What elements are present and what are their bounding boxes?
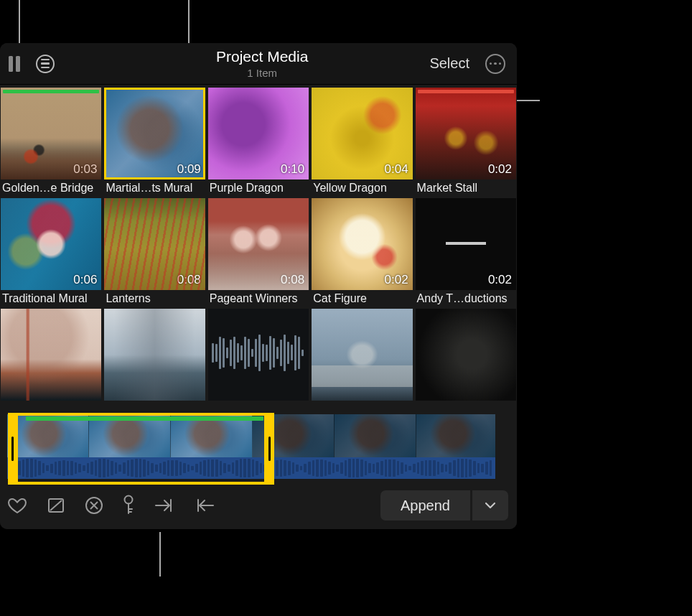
- clip-duration: 0:04: [385, 162, 408, 177]
- clip-duration: 0:08: [177, 273, 201, 287]
- append-button[interactable]: Append: [380, 490, 470, 521]
- clip-grid: 0:03Golden…e Bridge0:09Martial…ts Mural0…: [0, 85, 517, 404]
- clip-duration: 0:10: [281, 162, 304, 177]
- clip-thumbnail[interactable]: [104, 309, 205, 401]
- selection-handle-right[interactable]: [264, 413, 274, 485]
- list-view-icon[interactable]: [36, 55, 55, 73]
- filmstrip-audio-track[interactable]: [7, 457, 495, 479]
- reject-icon[interactable]: [46, 496, 66, 515]
- clip-thumbnail[interactable]: 0:10: [208, 88, 309, 179]
- audio-waveform-icon: [212, 331, 304, 375]
- filmstrip: [0, 413, 517, 485]
- clip-name: Cat Figure: [312, 290, 412, 306]
- clip-thumbnail[interactable]: 0:04: [312, 88, 412, 179]
- clip-name: Andy T…ductions: [416, 290, 516, 306]
- clip-thumbnail[interactable]: 0:02: [416, 198, 516, 290]
- clip-name: Yellow Dragon: [312, 179, 412, 195]
- clip-cell[interactable]: [416, 309, 516, 401]
- filmstrip-favorite-bar: [26, 416, 263, 421]
- clip-cell[interactable]: 0:08Pageant Winners: [208, 198, 309, 306]
- clip-thumbnail[interactable]: [312, 309, 412, 401]
- clip-duration: 0:02: [488, 273, 512, 287]
- clip-name: Pageant Winners: [208, 290, 309, 306]
- toolbar-bottom: Append: [0, 485, 517, 529]
- keyword-icon[interactable]: [122, 495, 135, 516]
- clip-name: Market Stall: [416, 179, 516, 195]
- clip-cell[interactable]: 0:04Yellow Dragon: [312, 88, 412, 195]
- clip-cell[interactable]: 0:02Andy T…ductions: [416, 198, 516, 306]
- callout-line: [19, 0, 20, 43]
- chevron-down-icon: [484, 499, 497, 512]
- clear-rating-icon[interactable]: [85, 496, 103, 515]
- clip-thumbnail[interactable]: 0:09: [104, 88, 205, 179]
- filmstrip-frame[interactable]: [335, 414, 416, 457]
- filmstrip-frame[interactable]: [171, 414, 253, 457]
- clip-thumbnail[interactable]: [1, 309, 101, 401]
- filmstrip-frame[interactable]: [89, 414, 171, 457]
- selection-handle-left[interactable]: [8, 413, 18, 485]
- clip-cell[interactable]: 0:09Martial…ts Mural: [104, 88, 205, 195]
- clip-duration: 0:02: [488, 162, 512, 177]
- clip-cell[interactable]: 0:03Golden…e Bridge: [1, 88, 101, 195]
- clip-duration: 0:03: [73, 162, 97, 177]
- clip-thumbnail[interactable]: [208, 309, 309, 401]
- mark-out-icon[interactable]: [194, 498, 215, 513]
- clip-thumbnail[interactable]: [416, 309, 516, 401]
- callout-line: [515, 100, 540, 101]
- clip-name: Purple Dragon: [208, 179, 309, 195]
- pause-icon[interactable]: [9, 56, 22, 72]
- clip-cell[interactable]: 0:06Traditional Mural: [1, 198, 101, 306]
- clip-duration: 0:09: [177, 162, 201, 177]
- mark-in-icon[interactable]: [154, 498, 175, 513]
- clip-name: Traditional Mural: [1, 290, 101, 306]
- clip-cell[interactable]: [104, 309, 205, 401]
- favorite-icon[interactable]: [7, 496, 27, 515]
- clip-thumbnail[interactable]: 0:02: [312, 198, 412, 290]
- usage-bar: [418, 90, 514, 93]
- clip-thumbnail[interactable]: 0:02: [416, 88, 516, 179]
- more-icon[interactable]: [485, 54, 505, 74]
- clip-thumbnail[interactable]: 0:06: [1, 198, 101, 290]
- clip-name: Lanterns: [104, 290, 205, 306]
- clip-name: Golden…e Bridge: [1, 179, 101, 195]
- filmstrip-frame[interactable]: [7, 414, 89, 457]
- callout-line: [159, 532, 161, 577]
- clip-cell[interactable]: 0:02Cat Figure: [312, 198, 412, 306]
- clip-cell[interactable]: [1, 309, 101, 401]
- clip-cell[interactable]: 0:10Purple Dragon: [208, 88, 309, 195]
- clip-name: Martial…ts Mural: [104, 179, 205, 195]
- select-button[interactable]: Select: [429, 55, 469, 72]
- svg-point-2: [125, 496, 133, 504]
- page-title: Project Media: [95, 47, 429, 65]
- clip-thumbnail[interactable]: 0:08: [104, 198, 205, 290]
- filmstrip-frame[interactable]: [416, 414, 495, 457]
- item-count: 1 Item: [95, 67, 429, 80]
- clip-thumbnail[interactable]: 0:03: [1, 88, 101, 179]
- clip-duration: 0:08: [281, 273, 304, 287]
- clip-duration: 0:02: [385, 273, 408, 287]
- clip-cell[interactable]: [208, 309, 309, 401]
- clip-cell[interactable]: 0:02Market Stall: [416, 88, 516, 195]
- usage-bar: [3, 90, 99, 93]
- append-mode-menu[interactable]: [472, 490, 508, 521]
- toolbar-top: Project Media 1 Item Select: [0, 43, 517, 85]
- clip-duration: 0:06: [73, 273, 97, 287]
- project-media-browser: Project Media 1 Item Select 0:03Golden…e…: [0, 43, 517, 529]
- clip-cell[interactable]: [312, 309, 412, 401]
- clip-thumbnail[interactable]: 0:08: [208, 198, 309, 290]
- clip-cell[interactable]: 0:08Lanterns: [104, 198, 205, 306]
- callout-line: [188, 0, 190, 43]
